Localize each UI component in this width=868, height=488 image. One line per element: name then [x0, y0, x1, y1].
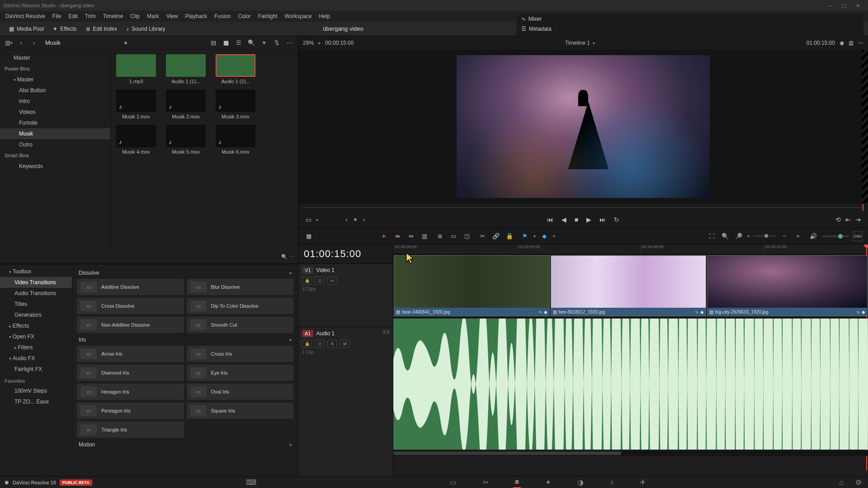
go-end-icon[interactable]: ⏭ — [599, 216, 606, 223]
audio-track[interactable] — [393, 319, 868, 450]
keyboard-icon[interactable]: ⌨ — [244, 477, 258, 488]
zoom-plus-icon[interactable]: + — [793, 231, 803, 241]
search-icon[interactable]: 🔍 — [246, 38, 256, 48]
fx-fairlight[interactable]: Fairlight FX — [0, 364, 72, 375]
page-fusion[interactable]: ✦ — [543, 477, 553, 488]
mixer-toggle[interactable]: ∿Mixer — [517, 14, 863, 24]
volume-slider[interactable] — [822, 235, 849, 237]
clip-item[interactable]: ♪Musik 5.mov — [165, 125, 207, 155]
dynamic-trim-icon[interactable]: ⇔ — [406, 231, 416, 241]
fx-tree-generators[interactable]: Generators — [0, 310, 72, 320]
media-pool-toggle[interactable]: ▦Media Pool — [5, 24, 48, 34]
replace-clip-icon[interactable]: ◫ — [462, 231, 472, 241]
sort-icon[interactable]: ⇅ — [272, 38, 282, 48]
metadata-toggle[interactable]: ☰Metadata — [517, 24, 863, 34]
bin-item-outro[interactable]: Outro — [0, 139, 110, 150]
fx-item-pentagon-iris[interactable]: ▭Pentagon Iris — [77, 403, 184, 419]
audio-track-header[interactable]: A1Audio 12.0 🔒 ◻ S M 1 Clip — [298, 327, 393, 476]
video-track-header[interactable]: V1Video 1 🔒 ◻ ▭ 3 Clips — [298, 263, 393, 327]
video-clip[interactable]: ▧bear-3400641_1920.jpg∿◆ — [394, 255, 550, 316]
clip-keyframe-icon[interactable]: ◆ — [700, 310, 704, 314]
fx-item-triangle-iris[interactable]: ▭Triangle Iris — [77, 422, 184, 438]
fx-category-dissolve[interactable]: Dissolve▾ — [77, 266, 293, 279]
clip-curve-icon[interactable]: ∿ — [695, 310, 698, 314]
search-options[interactable]: ▾ — [259, 38, 269, 48]
fx-item-hexagon-iris[interactable]: ▭Hexagon Iris — [77, 384, 184, 400]
fx-toolbox[interactable]: ▾ Toolbox — [0, 266, 72, 277]
home-icon[interactable]: ⌂ — [837, 478, 845, 488]
video-clip[interactable]: ▧bee-5618012_1920.jpg∿◆ — [551, 255, 707, 316]
fx-item-smooth-cut[interactable]: ▭Smooth Cut — [187, 317, 294, 333]
menu-view[interactable]: View — [163, 13, 182, 19]
timeline-name[interactable]: Timeline 1 — [565, 40, 590, 46]
menu-fusion[interactable]: Fusion — [211, 13, 234, 19]
zoom-dropdown-icon[interactable]: ▾ — [318, 41, 321, 46]
timeline-scrollbar[interactable] — [393, 450, 868, 456]
bin-keywords[interactable]: Keywords — [0, 161, 110, 172]
bin-master[interactable]: ▾ Master — [0, 74, 110, 85]
play-icon[interactable]: ▶ — [586, 216, 591, 223]
fx-item-non-additive-dissolve[interactable]: ▭Non-Additive Dissolve — [77, 317, 184, 333]
go-start-icon[interactable]: ⏮ — [547, 216, 553, 223]
atrack-solo-icon[interactable]: S — [327, 340, 337, 348]
flag-icon[interactable]: ⚑ — [520, 231, 530, 241]
bin-master-top[interactable]: Master — [0, 52, 110, 63]
dual-viewer-icon[interactable]: ▥ — [849, 40, 854, 46]
fx-item-additive-dissolve[interactable]: ▭Additive Dissolve — [77, 279, 184, 295]
edit-index-toggle[interactable]: ≣Edit Index — [81, 24, 122, 34]
viewer-zoom[interactable]: 29% — [303, 40, 314, 46]
nav-back[interactable]: ‹ — [16, 38, 26, 48]
loop-icon[interactable]: ↻ — [614, 216, 619, 223]
marker-icon[interactable]: ◆ — [539, 231, 549, 241]
fx-audiofx[interactable]: ▾ Audio FX — [0, 353, 72, 364]
menu-davinci-resolve[interactable]: DaVinci Resolve — [2, 13, 49, 19]
clip-item[interactable]: ♪Musik 3.mov — [215, 89, 256, 119]
fx-fav-1[interactable]: 100mV Steps — [0, 385, 72, 396]
more-icon[interactable]: ⋯ — [284, 38, 294, 48]
overwrite-clip-icon[interactable]: ▭ — [448, 231, 458, 241]
clip-curve-icon[interactable]: ∿ — [856, 310, 860, 314]
scrubber-playhead[interactable] — [863, 204, 863, 211]
bin-item-intro[interactable]: Intro — [0, 96, 110, 107]
effects-toggle[interactable]: ✦Effects — [48, 24, 81, 34]
next-mark-icon[interactable]: › — [363, 216, 365, 223]
clip-item[interactable]: 1.mp3 — [115, 54, 157, 84]
page-color[interactable]: ◑ — [576, 477, 585, 488]
clip-keyframe-icon[interactable]: ◆ — [862, 310, 865, 314]
fx-more-icon[interactable]: ⋯ — [290, 254, 295, 260]
page-media[interactable]: ▭ — [448, 477, 458, 488]
bin-item-videos[interactable]: Videos — [0, 107, 110, 117]
window-maximize[interactable]: ▢ — [837, 3, 851, 9]
reverse-icon[interactable]: ◀ — [561, 216, 566, 223]
atrack-lock-icon[interactable]: 🔒 — [302, 340, 312, 348]
menu-help[interactable]: Help — [315, 13, 334, 19]
settings-icon[interactable]: ⚙ — [854, 477, 863, 488]
fx-item-eye-iris[interactable]: ▭Eye Iris — [187, 365, 294, 381]
page-fairlight[interactable]: ♪ — [608, 477, 615, 488]
clip-curve-icon[interactable]: ∿ — [538, 310, 542, 314]
menu-clip[interactable]: Clip — [127, 13, 143, 19]
clip-item[interactable]: Audio 1 (2)... — [215, 54, 256, 84]
fx-search-icon[interactable]: 🔍 — [281, 254, 288, 260]
bypass-icon[interactable]: ◉ — [840, 40, 844, 46]
clip-item[interactable]: Audio 1 (1)... — [165, 54, 207, 84]
bin-item-musik[interactable]: Musik — [0, 128, 110, 139]
stop-icon[interactable]: ■ — [575, 216, 578, 223]
fx-item-diamond-iris[interactable]: ▭Diamond Iris — [77, 365, 184, 381]
zoom-custom-icon[interactable]: 🔎 — [734, 231, 744, 241]
viewer-more-icon[interactable]: ⋯ — [858, 40, 863, 46]
nav-fwd[interactable]: › — [29, 38, 39, 48]
fx-category-iris[interactable]: Iris▾ — [77, 333, 293, 346]
razor-icon[interactable]: ✂ — [477, 231, 487, 241]
link-icon[interactable]: 🔗 — [491, 231, 501, 241]
mark-out-icon[interactable]: ⇥ — [855, 216, 861, 223]
insert-mode-icon[interactable]: ▭ — [306, 216, 311, 223]
zoom-minus-icon[interactable]: − — [779, 231, 789, 241]
atrack-mute-icon[interactable]: M — [340, 340, 350, 348]
menu-file[interactable]: File — [49, 13, 65, 19]
video-clip[interactable]: ▧big-city-2926633_1920.jpg∿◆ — [707, 255, 868, 316]
track-lock-icon[interactable]: 🔒 — [302, 277, 312, 285]
menu-mark[interactable]: Mark — [143, 13, 163, 19]
timeline-view-icon[interactable]: ▦ — [304, 231, 314, 241]
atrack-enable-icon[interactable]: ◻ — [315, 340, 325, 348]
